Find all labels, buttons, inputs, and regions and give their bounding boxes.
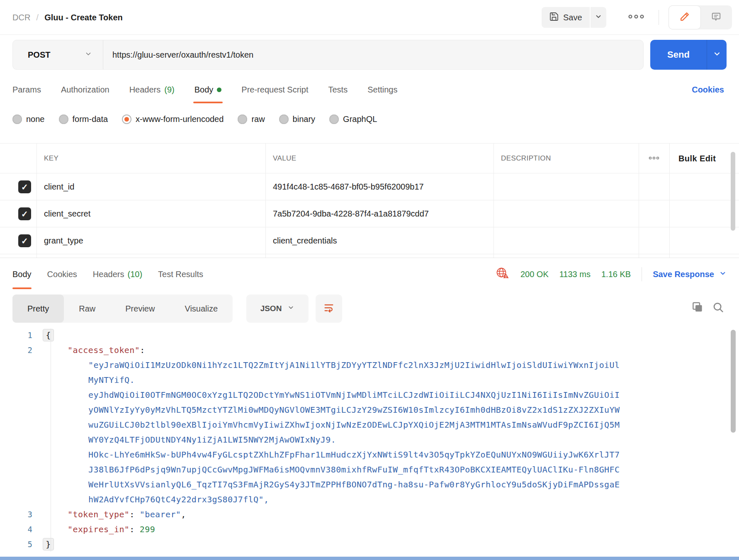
save-button[interactable]: Save xyxy=(542,7,590,28)
radio-icon xyxy=(59,114,68,124)
tab-headers[interactable]: Headers (9) xyxy=(129,75,175,105)
tab-label: Headers xyxy=(129,85,161,95)
fold-toggle[interactable]: } xyxy=(43,538,54,550)
view-pretty-button[interactable]: Pretty xyxy=(12,295,64,323)
param-key[interactable]: grant_type xyxy=(44,227,83,254)
tab-pre-request-script[interactable]: Pre-request Script xyxy=(241,75,308,105)
code-line: WeHrlUtXsVVsianlyQL6_TqzTI7qS3FmAjR2GyS4… xyxy=(0,477,739,492)
json-token-line: HOkc-LhYe6mHkSw-bUPh4vw4FyGLcsptZXhLhZFp… xyxy=(88,450,620,460)
code-line: 5 } xyxy=(0,537,739,552)
response-body-viewer[interactable]: 1 { 2 "access_token": "eyJraWQiOiI1MzUzO… xyxy=(0,328,739,557)
url-input[interactable]: https://gluu-server/oxauth/restv1/token xyxy=(103,50,253,60)
chevron-down-icon xyxy=(595,13,602,22)
response-time[interactable]: 1133 ms xyxy=(559,270,591,279)
code-line: eyJhdWQiOiI0OTFmNGM0OC0xYzg1LTQ2ODctYmYw… xyxy=(0,387,739,402)
tab-params[interactable]: Params xyxy=(12,75,41,105)
meta-divider xyxy=(642,267,642,281)
view-preview-button[interactable]: Preview xyxy=(110,295,170,323)
tab-body[interactable]: Body xyxy=(194,75,222,105)
param-value[interactable]: client_credentials xyxy=(273,227,337,254)
tab-tests[interactable]: Tests xyxy=(328,75,348,105)
param-value[interactable]: 491f4c48-1c85-4687-bf05-b95f62009b17 xyxy=(273,173,424,200)
view-visualize-button[interactable]: Visualize xyxy=(170,295,233,323)
save-options-button[interactable] xyxy=(590,7,606,28)
breadcrumb-collection[interactable]: DCR xyxy=(12,13,30,22)
response-tab-headers[interactable]: Headers (10) xyxy=(93,258,142,290)
tab-label: Body xyxy=(12,270,32,279)
globe-warning-icon[interactable] xyxy=(496,267,510,282)
body-type-graphql[interactable]: GraphQL xyxy=(329,114,377,124)
breadcrumb-separator: / xyxy=(36,12,39,22)
table-scrollbar[interactable] xyxy=(731,152,735,231)
tab-label: Authorization xyxy=(61,85,109,95)
top-bar: DCR / Gluu - Create Token Save xyxy=(0,0,739,35)
check-icon: ✓ xyxy=(21,237,28,245)
row-checkbox-checked[interactable]: ✓ xyxy=(18,207,31,220)
body-type-x-www-form-urlencoded[interactable]: x-www-form-urlencoded xyxy=(122,114,224,124)
tab-label: Tests xyxy=(328,85,348,95)
response-scrollbar[interactable] xyxy=(731,330,736,433)
json-value-expires-in: 299 xyxy=(140,524,155,534)
copy-response-button[interactable] xyxy=(689,300,706,317)
code-line: 2 "access_token": xyxy=(0,343,739,358)
save-response-button[interactable]: Save Response xyxy=(653,270,727,279)
request-builder-row: POST https://gluu-server/oxauth/restv1/t… xyxy=(0,35,739,75)
response-size[interactable]: 1.16 KB xyxy=(601,270,631,279)
json-token-line: WeHrlUtXsVVsianlyQL6_TqzTI7qS3FmAjR2GyS4… xyxy=(88,480,620,489)
line-number: 4 xyxy=(0,525,32,534)
view-raw-button[interactable]: Raw xyxy=(64,295,110,323)
json-colon: : xyxy=(140,345,145,355)
response-tab-body[interactable]: Body xyxy=(12,258,32,290)
response-tab-cookies[interactable]: Cookies xyxy=(47,258,77,290)
json-token-line: WY0YzQ4LTFjODUtNDY4Ny1iZjA1LWI5NWY2MjAwO… xyxy=(88,435,336,445)
row-checkbox-checked[interactable]: ✓ xyxy=(18,180,31,193)
tab-settings[interactable]: Settings xyxy=(367,75,397,105)
edit-mode-button[interactable] xyxy=(669,5,701,29)
line-number: 2 xyxy=(0,346,32,355)
table-row: ✓ grant_type client_credentials xyxy=(0,227,739,254)
more-actions-button[interactable] xyxy=(625,11,648,24)
method-selector[interactable]: POST xyxy=(13,40,103,69)
response-tab-test-results[interactable]: Test Results xyxy=(158,258,203,290)
param-key[interactable]: client_id xyxy=(44,173,74,200)
json-comma: , xyxy=(181,509,186,519)
body-type-none[interactable]: none xyxy=(12,114,45,124)
wrap-lines-button[interactable] xyxy=(316,295,342,323)
table-options-button[interactable] xyxy=(644,144,664,173)
send-options-button[interactable] xyxy=(707,40,727,70)
copy-icon xyxy=(691,301,704,315)
url-bar: POST https://gluu-server/oxauth/restv1/t… xyxy=(12,40,644,70)
save-response-label: Save Response xyxy=(653,270,714,279)
save-button-group: Save xyxy=(542,7,606,28)
request-tabs: Params Authorization Headers (9) Body Pr… xyxy=(12,75,397,105)
body-type-selector: none form-data x-www-form-urlencoded raw… xyxy=(12,105,377,134)
header-divider xyxy=(659,10,659,25)
column-header-value: VALUE xyxy=(273,144,297,173)
tab-label: Params xyxy=(12,85,41,95)
comments-button[interactable] xyxy=(701,5,732,29)
json-key-expires-in: "expires_in" xyxy=(68,524,129,534)
body-type-form-data[interactable]: form-data xyxy=(59,114,108,124)
code-line: 4 "expires_in":299 xyxy=(0,522,739,537)
search-response-button[interactable] xyxy=(710,300,727,317)
chevron-down-icon xyxy=(713,50,721,60)
send-button[interactable]: Send xyxy=(650,40,707,70)
column-header-description: DESCRIPTION xyxy=(501,144,551,173)
status-badge[interactable]: 200 OK xyxy=(520,270,549,279)
body-type-raw[interactable]: raw xyxy=(238,114,265,124)
bulk-edit-button[interactable]: Bulk Edit xyxy=(678,144,716,173)
radio-label: GraphQL xyxy=(343,114,377,124)
check-icon: ✓ xyxy=(21,210,28,218)
json-key-access-token: "access_token" xyxy=(68,345,140,355)
code-line: J38lB6JfP6dPsjq9Wn7upjQCcGwvMpgJWFMa6isM… xyxy=(0,462,739,477)
method-label: POST xyxy=(28,50,50,60)
body-type-binary[interactable]: binary xyxy=(279,114,315,124)
param-value[interactable]: 7a5b7204-9dba-4228-87f4-a1a81879cdd7 xyxy=(273,200,429,227)
cookies-link[interactable]: Cookies xyxy=(692,75,724,105)
tab-authorization[interactable]: Authorization xyxy=(61,75,109,105)
param-key[interactable]: client_secret xyxy=(44,200,90,227)
row-checkbox-checked[interactable]: ✓ xyxy=(18,234,31,247)
language-selector[interactable]: JSON xyxy=(246,295,309,323)
save-button-label: Save xyxy=(563,13,582,22)
fold-toggle[interactable]: { xyxy=(43,329,54,341)
